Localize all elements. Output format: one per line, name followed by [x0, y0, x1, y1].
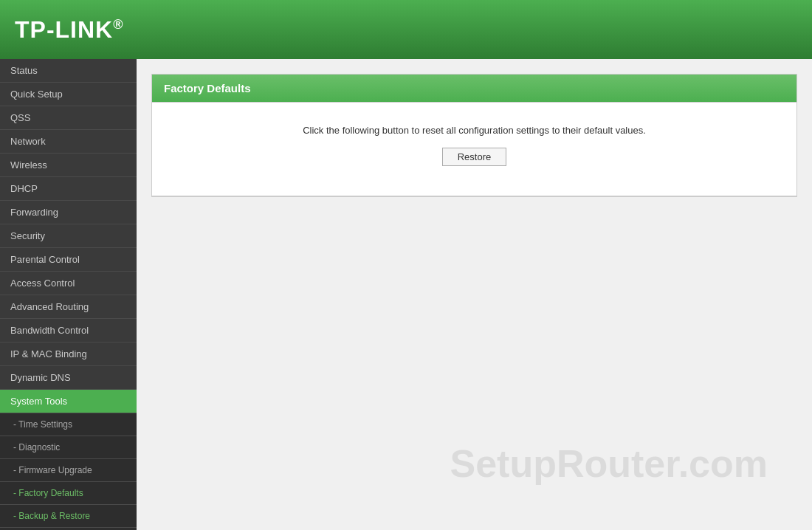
main-content: Factory Defaults Click the following but… [137, 59, 812, 530]
sidebar-item-status[interactable]: Status [0, 59, 137, 83]
content-box: Factory Defaults Click the following but… [151, 74, 797, 197]
section-title: Factory Defaults [164, 82, 251, 94]
sidebar-item-time-settings[interactable]: - Time Settings [0, 413, 137, 436]
content-area: Click the following button to reset all … [152, 103, 796, 196]
description-text: Click the following button to reset all … [167, 125, 782, 136]
sidebar-item-security[interactable]: Security [0, 224, 137, 248]
sidebar: StatusQuick SetupQSSNetworkWirelessDHCPF… [0, 59, 137, 530]
sidebar-item-wireless[interactable]: Wireless [0, 154, 137, 177]
layout: StatusQuick SetupQSSNetworkWirelessDHCPF… [0, 59, 812, 530]
section-header: Factory Defaults [152, 75, 796, 102]
sidebar-item-firmware-upgrade[interactable]: - Firmware Upgrade [0, 459, 137, 482]
logo-text: TP-LINK [15, 16, 113, 43]
sidebar-item-dynamic-dns[interactable]: Dynamic DNS [0, 366, 137, 390]
watermark: SetupRouter.com [450, 441, 768, 486]
restore-button[interactable]: Restore [442, 148, 507, 166]
sidebar-item-advanced-routing[interactable]: Advanced Routing [0, 295, 137, 319]
sidebar-item-network[interactable]: Network [0, 130, 137, 154]
logo: TP-LINK® [15, 16, 123, 44]
sidebar-item-parental-control[interactable]: Parental Control [0, 248, 137, 272]
sidebar-item-qss[interactable]: QSS [0, 106, 137, 130]
sidebar-item-forwarding[interactable]: Forwarding [0, 201, 137, 224]
sidebar-item-bandwidth-control[interactable]: Bandwidth Control [0, 319, 137, 343]
logo-symbol: ® [113, 17, 123, 32]
sidebar-item-backup-restore[interactable]: - Backup & Restore [0, 505, 137, 528]
header: TP-LINK® [0, 0, 812, 59]
divider-bottom [152, 196, 796, 196]
sidebar-item-dhcp[interactable]: DHCP [0, 177, 137, 201]
sidebar-item-diagnostic[interactable]: - Diagnostic [0, 436, 137, 459]
sidebar-item-factory-defaults[interactable]: - Factory Defaults [0, 482, 137, 505]
sidebar-item-quick-setup[interactable]: Quick Setup [0, 83, 137, 106]
sidebar-item-ip-mac-binding[interactable]: IP & MAC Binding [0, 343, 137, 366]
sidebar-item-system-tools[interactable]: System Tools [0, 390, 137, 413]
sidebar-item-access-control[interactable]: Access Control [0, 272, 137, 295]
